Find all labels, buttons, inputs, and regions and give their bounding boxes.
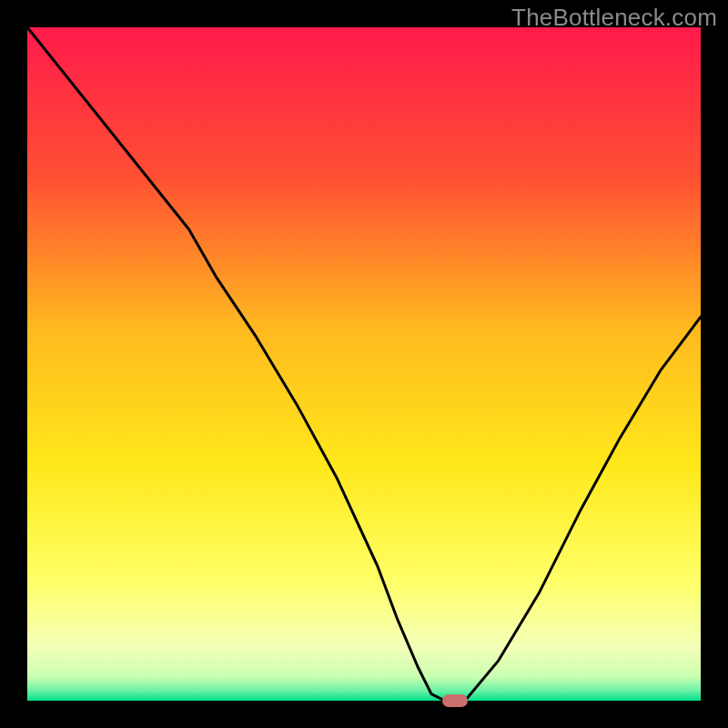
gradient-background — [27, 27, 701, 701]
optimal-marker — [442, 694, 468, 707]
plot-area — [27, 27, 701, 701]
chart-frame: TheBottleneck.com — [0, 0, 728, 728]
plot-svg — [27, 27, 701, 701]
watermark-text: TheBottleneck.com — [511, 4, 717, 32]
